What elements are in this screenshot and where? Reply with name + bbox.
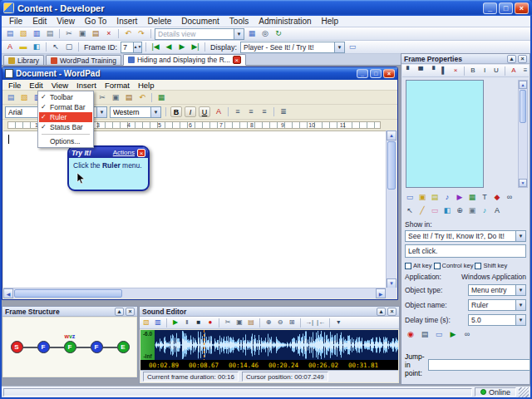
- menu-help[interactable]: Help: [317, 16, 344, 27]
- frame-node-f-2[interactable]: F: [64, 341, 76, 353]
- zoom-out-button[interactable]: ⊖: [275, 318, 285, 328]
- pencil-tool-button[interactable]: ╱: [416, 205, 428, 216]
- paragraph-button[interactable]: ≡: [520, 66, 530, 76]
- frame-node-e-4[interactable]: E: [117, 341, 130, 353]
- preview-player-button[interactable]: ▭: [347, 42, 358, 52]
- object-type-combo[interactable]: Menu entry: [468, 284, 526, 296]
- control-key-checkbox[interactable]: [434, 263, 441, 269]
- menu-delete[interactable]: Delete: [142, 16, 176, 27]
- panel-collapse-button[interactable]: [377, 308, 386, 316]
- panel-scrollbar[interactable]: ▲ ▼: [518, 80, 528, 188]
- tab-library[interactable]: Library: [3, 55, 44, 65]
- text-object-button[interactable]: T: [479, 192, 490, 203]
- pointer-button[interactable]: ↖: [50, 42, 62, 52]
- stop-button[interactable]: ■: [194, 318, 204, 328]
- underline-button[interactable]: U: [199, 106, 210, 117]
- waveform-canvas[interactable]: [155, 330, 398, 360]
- copy-button[interactable]: ▣: [110, 92, 121, 103]
- fill-tool-button[interactable]: ◧: [441, 205, 453, 216]
- zoom-tool-button[interactable]: ⊕: [454, 205, 466, 216]
- highlight-object-button[interactable]: ▣: [416, 192, 428, 203]
- scroll-left-icon[interactable]: ◀: [3, 288, 13, 298]
- mic-tool-button[interactable]: ♪: [479, 205, 490, 216]
- cut-button[interactable]: ✂: [63, 28, 75, 39]
- menu-document[interactable]: Document: [176, 16, 224, 27]
- align-right-button[interactable]: ≡: [259, 106, 270, 117]
- print-button[interactable]: ▤: [44, 28, 56, 39]
- paste-button[interactable]: ▤: [123, 92, 135, 103]
- scroll-right-icon[interactable]: ▶: [376, 288, 386, 298]
- screen-action-button[interactable]: ▭: [433, 329, 445, 340]
- shift-key-checkbox[interactable]: [475, 263, 481, 269]
- vertical-scrollbar[interactable]: ▲ ▼: [386, 131, 397, 288]
- document-edit-area[interactable]: [3, 131, 387, 288]
- maximize-button[interactable]: [499, 2, 513, 14]
- charset-combo[interactable]: Western: [110, 106, 161, 118]
- panel-collapse-button[interactable]: [507, 55, 516, 63]
- align-left-edge-button[interactable]: ▌: [439, 66, 449, 76]
- menu-item-options[interactable]: Options...: [39, 136, 92, 146]
- wordpad-minimize-button[interactable]: [357, 69, 368, 78]
- menu-insert[interactable]: Insert: [111, 16, 142, 27]
- align-top-button[interactable]: ▀: [416, 66, 426, 76]
- redo-button[interactable]: ↷: [135, 28, 147, 39]
- link-action-button[interactable]: ∞: [461, 329, 473, 340]
- delete-button[interactable]: ×: [103, 28, 115, 39]
- fill-color-button[interactable]: ◧: [31, 42, 42, 52]
- eraser-tool-button[interactable]: ▭: [429, 205, 441, 216]
- pause-button[interactable]: ‖: [182, 318, 192, 328]
- object-name-combo[interactable]: Ruler: [468, 299, 526, 311]
- next-frame-button[interactable]: ▶: [176, 42, 188, 52]
- italic-button[interactable]: I: [480, 66, 490, 76]
- date-time-button[interactable]: ▦: [155, 92, 167, 103]
- font-color-button[interactable]: A: [4, 42, 16, 52]
- refresh-button[interactable]: ↻: [273, 28, 284, 39]
- italic-button[interactable]: I: [185, 106, 196, 117]
- new-content-button[interactable]: ▤: [4, 28, 16, 39]
- wordpad-menu-edit[interactable]: Edit: [25, 80, 47, 91]
- copy-button[interactable]: ▣: [76, 28, 88, 39]
- new-document-button[interactable]: ▤: [5, 92, 17, 103]
- spinner-arrows-icon[interactable]: ▲▼: [133, 42, 141, 52]
- wordpad-menu-insert[interactable]: Insert: [72, 80, 101, 91]
- resize-grip-icon[interactable]: [519, 387, 529, 397]
- undo-button[interactable]: ↶: [136, 92, 148, 103]
- waveform-area[interactable]: [155, 330, 398, 360]
- text-color-button[interactable]: A: [213, 106, 224, 117]
- menu-item-toolbar[interactable]: Toolbar: [39, 92, 92, 102]
- wordpad-close-button[interactable]: [383, 69, 395, 78]
- shape-object-button[interactable]: ◆: [491, 192, 503, 203]
- frame-node-f-1[interactable]: F: [37, 341, 50, 353]
- alt-key-checkbox[interactable]: [405, 263, 411, 269]
- selection-button[interactable]: ▢: [63, 42, 75, 52]
- note-object-button[interactable]: ▤: [429, 192, 441, 203]
- tab-hiding-displaying-ruler[interactable]: Hiding and Displaying the R... ×: [123, 54, 246, 66]
- menu-edit[interactable]: Edit: [27, 16, 52, 27]
- link-object-button[interactable]: ∞: [504, 192, 515, 203]
- search-button[interactable]: ◎: [259, 28, 271, 39]
- bold-button[interactable]: B: [170, 106, 182, 117]
- minimize-button[interactable]: [483, 2, 497, 14]
- menu-item-ruler[interactable]: Ruler: [39, 112, 92, 122]
- details-grid-button[interactable]: ▦: [246, 28, 258, 39]
- scroll-thumb[interactable]: [387, 141, 396, 190]
- scroll-down-icon[interactable]: ▼: [519, 179, 527, 187]
- menu-goto[interactable]: Go To: [80, 16, 112, 27]
- align-left-button[interactable]: ≡: [232, 106, 244, 117]
- callout-actions-link[interactable]: Actions: [113, 149, 135, 156]
- frame-node-s-0[interactable]: S: [11, 341, 23, 353]
- underline-button[interactable]: U: [491, 66, 501, 76]
- timeline-ruler[interactable]: 00:02.8900:08.6700:14.4600:20.2400:26.02…: [140, 360, 398, 370]
- keyboard-action-button[interactable]: ▤: [419, 329, 431, 340]
- zoom-fit-button[interactable]: ⊞: [287, 318, 297, 328]
- wordpad-maximize-button[interactable]: [370, 69, 382, 78]
- menu-file[interactable]: File: [4, 16, 27, 27]
- horizontal-scrollbar[interactable]: ◀ ▶: [3, 288, 386, 298]
- callout-close-button[interactable]: ×: [137, 149, 145, 157]
- zoom-in-button[interactable]: ⊕: [264, 318, 273, 328]
- bullets-button[interactable]: ≣: [278, 106, 289, 117]
- previous-frame-button[interactable]: ◀: [163, 42, 175, 52]
- details-view-combo[interactable]: Details view: [155, 28, 244, 40]
- open-audio-button[interactable]: ▧: [141, 318, 151, 328]
- open-button[interactable]: ▧: [17, 28, 29, 39]
